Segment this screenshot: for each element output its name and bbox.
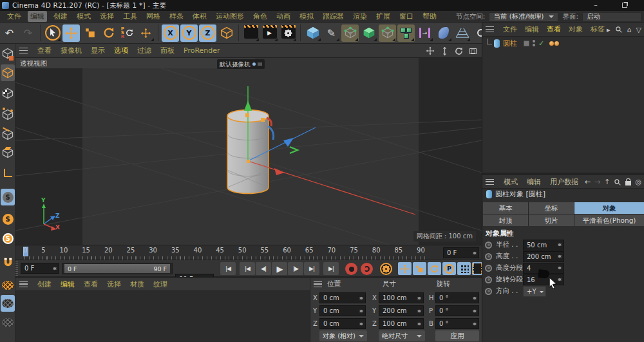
search-icon[interactable] bbox=[615, 26, 623, 33]
viewport-solo-single-button[interactable]: S bbox=[1, 211, 15, 227]
tracer-button[interactable]: → bbox=[416, 24, 433, 42]
am-menu-item[interactable]: 用户数据 bbox=[550, 177, 578, 187]
tweak-move-button[interactable] bbox=[137, 24, 155, 42]
keyframe-dot[interactable] bbox=[485, 265, 492, 272]
position-y-field[interactable]: 0 cm bbox=[319, 305, 366, 316]
restore-button[interactable] bbox=[615, 1, 634, 10]
lock-icon[interactable] bbox=[625, 181, 631, 185]
property-field[interactable]: 200 cm bbox=[523, 251, 564, 262]
goto-end-button[interactable]: ▶| bbox=[323, 262, 339, 275]
attribute-tab[interactable]: 基本 bbox=[483, 202, 528, 214]
menu-item[interactable]: 网格 bbox=[146, 12, 160, 21]
floor-environment-button[interactable] bbox=[453, 24, 471, 42]
next-key-button[interactable]: ▶| bbox=[304, 262, 319, 275]
om-menu-item[interactable]: 标签 bbox=[591, 24, 605, 34]
filter-icon[interactable]: ▽ bbox=[636, 26, 641, 34]
keyframe-dot[interactable] bbox=[485, 253, 492, 260]
model-mode-button[interactable] bbox=[1, 64, 15, 81]
lock-y-axis-button[interactable]: Y bbox=[180, 24, 198, 42]
size-mode-dropdown[interactable]: 绝对尺寸 bbox=[379, 330, 425, 341]
menu-item[interactable]: 帮助 bbox=[422, 12, 437, 21]
rotation-p-field[interactable]: 0 ° bbox=[435, 305, 479, 316]
viewport-menu-item[interactable]: 查看 bbox=[37, 46, 52, 55]
hamburger-icon[interactable] bbox=[19, 48, 28, 53]
menu-item[interactable]: 编辑 bbox=[28, 11, 47, 22]
render-view-button[interactable] bbox=[242, 24, 260, 42]
menu-item[interactable]: 模拟 bbox=[299, 12, 314, 21]
attribute-tab[interactable]: 对象 bbox=[574, 202, 644, 214]
keyframe-dot[interactable] bbox=[485, 276, 492, 283]
move-tool-button[interactable] bbox=[62, 24, 80, 42]
keyframe-dot[interactable] bbox=[485, 288, 492, 295]
home-icon[interactable]: ⌂ bbox=[627, 26, 632, 34]
keyframe-dot[interactable] bbox=[485, 242, 492, 249]
viewport-canvas[interactable] bbox=[15, 58, 482, 245]
key-parameter-toggle[interactable]: P bbox=[442, 262, 456, 275]
current-frame-field[interactable]: 0 F bbox=[443, 247, 479, 258]
viewport-menu-item[interactable]: 摄像机 bbox=[61, 46, 82, 55]
expand-arrow-icon[interactable]: ▸ bbox=[607, 26, 611, 34]
spinner[interactable] bbox=[558, 242, 562, 249]
lock-z-axis-button[interactable]: Z bbox=[199, 24, 216, 42]
render-picture-viewer-button[interactable]: ▶ bbox=[261, 24, 278, 42]
menu-item[interactable]: 运动图形 bbox=[216, 12, 244, 21]
rotate-view-icon[interactable] bbox=[453, 46, 464, 56]
zoom-view-icon[interactable] bbox=[439, 46, 450, 56]
menu-item[interactable]: 样条 bbox=[169, 12, 184, 21]
menu-item[interactable]: 角色 bbox=[253, 12, 267, 21]
om-menu-item[interactable]: 查看 bbox=[547, 24, 561, 34]
key-position-toggle[interactable] bbox=[398, 262, 412, 275]
viewport-menu-item[interactable]: 显示 bbox=[91, 46, 105, 55]
property-field[interactable]: +Y bbox=[523, 286, 546, 297]
viewport-menu-item[interactable]: ProRender bbox=[184, 46, 220, 55]
bend-deformer-button[interactable] bbox=[435, 24, 452, 42]
spinner[interactable] bbox=[558, 253, 562, 260]
menu-item[interactable]: 跟踪器 bbox=[323, 12, 344, 21]
size-z-field[interactable]: 100 cm bbox=[379, 318, 424, 329]
viewport-solo-hierarchy-button[interactable]: S bbox=[1, 230, 15, 247]
om-menu-item[interactable]: 编辑 bbox=[525, 24, 539, 34]
enabled-check-icon[interactable]: ✓ bbox=[538, 39, 544, 48]
menu-item[interactable]: 渲染 bbox=[353, 12, 367, 21]
up-arrow-icon[interactable]: ↑ bbox=[604, 178, 610, 186]
hamburger-icon[interactable] bbox=[314, 281, 322, 287]
edges-mode-button[interactable] bbox=[1, 126, 15, 143]
frame-start-field[interactable]: 0 F bbox=[21, 263, 59, 274]
hamburger-icon[interactable] bbox=[486, 179, 494, 185]
menu-item[interactable]: 文件 bbox=[7, 12, 21, 21]
scale-tool-button[interactable] bbox=[81, 24, 99, 42]
deformer-cage-button[interactable] bbox=[379, 24, 396, 42]
viewport[interactable]: 查看摄像机显示选项过滤面板ProRender 透视视图 默认摄像机 网格间距 :… bbox=[15, 44, 482, 245]
panel-grip[interactable] bbox=[15, 261, 18, 276]
attribute-tab[interactable]: 封顶 bbox=[483, 214, 528, 226]
material-menu-item[interactable]: 选择 bbox=[107, 280, 121, 289]
snap-button[interactable] bbox=[1, 254, 15, 271]
viewport-menu-item[interactable]: 选项 bbox=[114, 46, 128, 55]
menu-item[interactable]: 窗口 bbox=[399, 12, 413, 21]
viewport-menu-item[interactable]: 过滤 bbox=[137, 46, 151, 55]
object-name[interactable]: 圆柱 bbox=[503, 39, 517, 48]
toggle-views-icon[interactable] bbox=[468, 46, 478, 56]
camera-label[interactable]: 默认摄像机 bbox=[217, 59, 265, 69]
visibility-dots-icon[interactable] bbox=[533, 40, 535, 46]
attribute-tab[interactable]: 切片 bbox=[529, 214, 574, 226]
layer-lock-tab[interactable] bbox=[1, 295, 15, 312]
minimize-button[interactable]: – bbox=[586, 1, 605, 10]
frame-range-slider[interactable]: 0 F 90 F bbox=[62, 263, 173, 274]
previous-key-button[interactable]: |◀ bbox=[240, 262, 255, 275]
timeline-ruler[interactable]: 051015202530354045505560657075808590 0 F bbox=[15, 245, 482, 260]
menu-item[interactable]: 动画 bbox=[276, 12, 290, 21]
rotate-tool-button[interactable] bbox=[100, 24, 117, 42]
attribute-tab[interactable]: 坐标 bbox=[529, 202, 574, 214]
points-mode-button[interactable] bbox=[1, 106, 15, 123]
redo-button[interactable]: ↷ bbox=[19, 24, 37, 42]
size-y-field[interactable]: 200 cm bbox=[379, 305, 424, 316]
previous-frame-button[interactable]: ◀| bbox=[256, 262, 271, 275]
key-scale-toggle[interactable] bbox=[413, 262, 426, 275]
record-keyframe-button[interactable] bbox=[345, 263, 357, 275]
menu-item[interactable]: 选择 bbox=[100, 12, 114, 21]
forward-arrow-icon[interactable]: → bbox=[594, 178, 600, 186]
keyframe-selection-button[interactable] bbox=[380, 263, 392, 275]
last-tool-psr-button[interactable]: PSR bbox=[118, 24, 136, 42]
undo-button[interactable]: ↶ bbox=[1, 24, 18, 42]
